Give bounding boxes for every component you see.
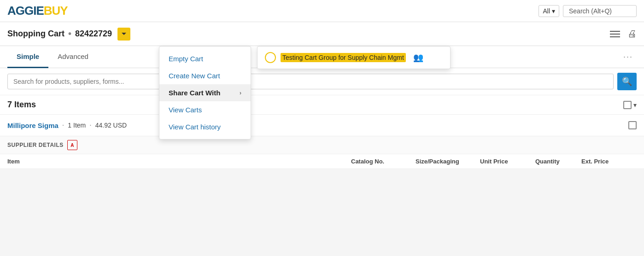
cart-bar: Shopping Cart • 82422729 🖨 Empty Cart Cr… xyxy=(0,22,644,46)
cart-number: 82422729 xyxy=(75,29,112,39)
items-bar: 7 Items ▾ xyxy=(0,95,644,115)
header-search-box[interactable]: Search (Alt+Q) xyxy=(563,5,637,17)
tab-simple[interactable]: Simple xyxy=(7,46,48,68)
menu-item-share-cart-with-label: Share Cart With xyxy=(169,89,220,97)
hamburger-line xyxy=(610,31,620,32)
cart-dropdown-menu: Empty Cart Create New Cart Share Cart Wi… xyxy=(159,46,251,140)
cart-bar-right: 🖨 xyxy=(610,29,637,39)
menu-item-create-new-cart-label: Create New Cart xyxy=(169,72,220,80)
chevron-right-icon: › xyxy=(240,90,241,96)
logo-aggie: AGGIE xyxy=(7,4,44,18)
logo: AGGIEBUY xyxy=(7,4,68,18)
hamburger-line xyxy=(610,34,620,35)
group-users-icon: 👥 xyxy=(413,52,423,63)
logo-buy: BUY xyxy=(44,4,68,18)
col-item: Item xyxy=(7,158,351,165)
cart-dropdown-button[interactable] xyxy=(117,28,130,41)
supplier-separator-dot-2: · xyxy=(89,121,91,129)
search-category-dropdown[interactable]: All ▾ xyxy=(539,5,559,17)
share-cart-circle-icon xyxy=(265,52,276,63)
menu-item-share-cart-with[interactable]: Share Cart With › xyxy=(159,84,251,101)
supplier-item-count: 1 Item xyxy=(68,122,86,129)
col-catalog-no: Catalog No. xyxy=(351,158,416,165)
supplier-details-label: SUPPLIER DETAILS xyxy=(7,142,64,148)
cart-title-text: Shopping Cart xyxy=(7,29,64,39)
tabs-more-button[interactable]: ··· xyxy=(620,50,637,64)
header: AGGIEBUY All ▾ Search (Alt+Q) xyxy=(0,0,644,22)
cart-group-name[interactable]: Testing Cart Group for Supply Chain Mgmt xyxy=(281,53,406,62)
chevron-down-icon: ▾ xyxy=(552,7,555,15)
menu-item-empty-cart-label: Empty Cart xyxy=(169,55,203,63)
printer-icon[interactable]: 🖨 xyxy=(627,29,637,39)
share-cart-flyout: Testing Cart Group for Supply Chain Mgmt… xyxy=(257,46,451,69)
hamburger-menu-icon[interactable] xyxy=(610,31,620,37)
search-bar: 🔍 xyxy=(0,68,644,95)
menu-item-empty-cart[interactable]: Empty Cart xyxy=(159,50,251,67)
product-search-input[interactable] xyxy=(7,74,614,89)
menu-item-create-new-cart[interactable]: Create New Cart xyxy=(159,67,251,84)
col-unit-price: Unit Price xyxy=(480,158,535,165)
col-ext-price: Ext. Price xyxy=(581,158,637,165)
menu-item-view-carts[interactable]: View Carts xyxy=(159,101,251,118)
items-dropdown-arrow[interactable]: ▾ xyxy=(633,101,637,109)
col-size-packaging: Size/Packaging xyxy=(416,158,480,165)
search-icon: 🔍 xyxy=(622,76,632,87)
hamburger-line xyxy=(610,36,620,37)
supplier-logo-icon: A xyxy=(67,140,77,150)
menu-item-view-cart-history-label: View Cart history xyxy=(169,123,221,131)
items-count: 7 Items xyxy=(7,100,623,110)
cart-title: Shopping Cart • 82422729 xyxy=(7,28,130,41)
tab-advanced[interactable]: Advanced xyxy=(48,46,98,68)
supplier-separator-dot: · xyxy=(62,121,64,129)
supplier-checkbox[interactable] xyxy=(628,121,637,129)
menu-item-view-carts-label: View Carts xyxy=(169,106,202,114)
table-header: Item Catalog No. Size/Packaging Unit Pri… xyxy=(0,154,644,169)
supplier-price: 44.92 USD xyxy=(95,122,127,129)
cart-dot: • xyxy=(68,29,71,39)
search-button[interactable]: 🔍 xyxy=(617,73,637,90)
header-search-area: All ▾ Search (Alt+Q) xyxy=(539,5,637,17)
select-all-checkbox[interactable] xyxy=(623,101,632,109)
col-quantity: Quantity xyxy=(535,158,581,165)
supplier-row: Millipore Sigma · 1 Item · 44.92 USD xyxy=(0,115,644,136)
supplier-details-row: SUPPLIER DETAILS A xyxy=(0,136,644,154)
menu-item-view-cart-history[interactable]: View Cart history xyxy=(159,118,251,135)
supplier-name[interactable]: Millipore Sigma xyxy=(7,122,59,129)
